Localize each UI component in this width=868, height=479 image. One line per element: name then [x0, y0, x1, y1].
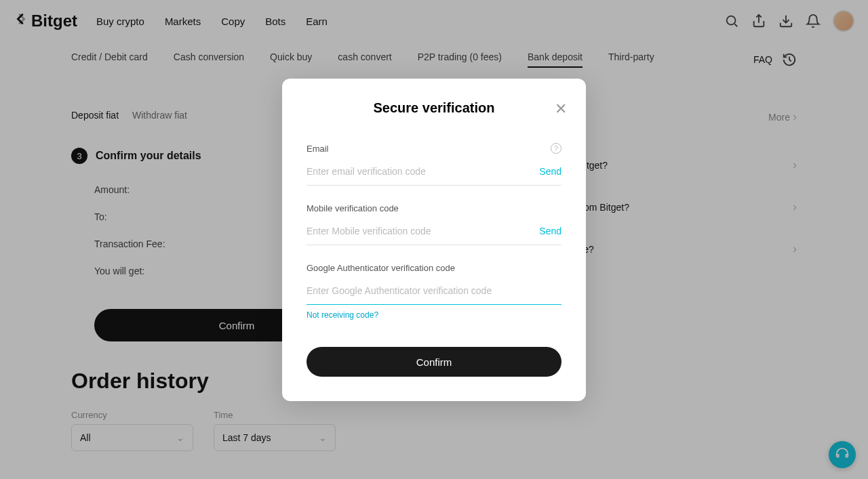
mobile-label: Mobile verification code — [307, 203, 399, 213]
ga-field-group: Google Authenticator verification code — [307, 263, 561, 305]
mobile-code-input[interactable] — [307, 222, 539, 241]
send-mobile-button[interactable]: Send — [539, 226, 561, 236]
email-label: Email — [307, 144, 329, 154]
close-icon: ✕ — [555, 100, 567, 117]
ga-code-input[interactable] — [307, 281, 561, 300]
not-receiving-link[interactable]: Not receiving code? — [307, 310, 561, 320]
close-button[interactable]: ✕ — [555, 100, 567, 118]
modal-overlay[interactable]: Secure verification ✕ Email ? Send Mobil… — [0, 0, 868, 479]
mobile-field-group: Mobile verification code Send — [307, 203, 561, 245]
verification-modal: Secure verification ✕ Email ? Send Mobil… — [282, 79, 586, 401]
send-email-button[interactable]: Send — [539, 166, 561, 177]
modal-title: Secure verification — [307, 100, 561, 116]
help-icon[interactable]: ? — [551, 143, 561, 154]
email-field-group: Email ? Send — [307, 143, 561, 186]
ga-label: Google Authenticator verification code — [307, 263, 455, 273]
email-code-input[interactable] — [307, 162, 539, 181]
modal-confirm-button[interactable]: Confirm — [307, 347, 561, 377]
